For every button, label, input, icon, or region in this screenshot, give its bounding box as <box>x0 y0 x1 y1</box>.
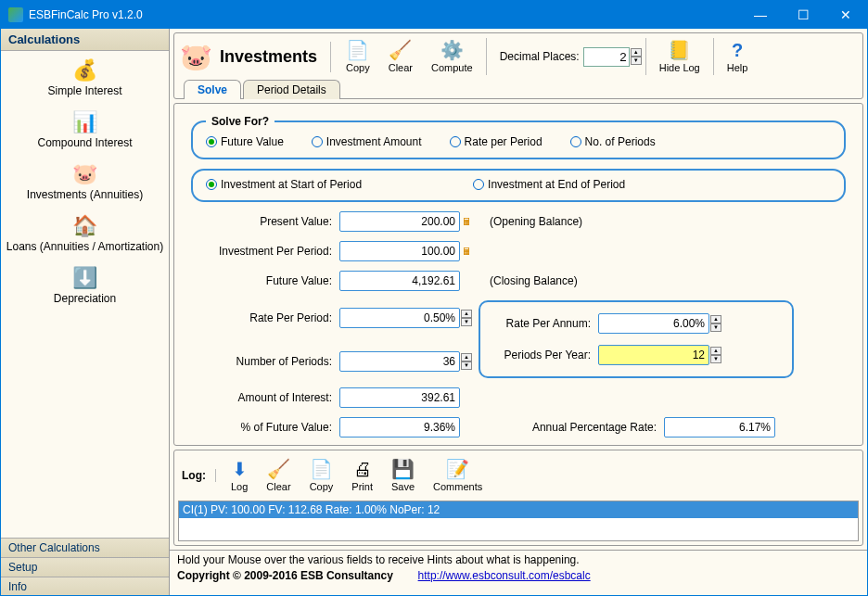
sidebar-footer-other[interactable]: Other Calculations <box>1 538 169 557</box>
closing-balance-note: (Closing Balance) <box>479 274 664 287</box>
radio-end-of-period[interactable]: Investment at End of Period <box>473 178 625 191</box>
decimal-spinner[interactable]: ▲▼ <box>631 48 642 65</box>
statusbar: Hold your Mouse over the various fields … <box>170 550 867 586</box>
rate-per-period-input[interactable] <box>339 308 460 328</box>
present-value-input[interactable] <box>339 211 460 232</box>
radio-icon <box>473 179 484 190</box>
future-value-input[interactable] <box>339 271 460 291</box>
minimize-button[interactable]: — <box>739 1 782 29</box>
titlebar: ESBFinCalc Pro v1.2.0 — ☐ ✕ <box>1 1 867 29</box>
chevron-down-icon[interactable]: ▼ <box>631 57 642 65</box>
depreciation-icon: ⬇️ <box>5 266 165 290</box>
log-icon: 📒 <box>659 39 700 61</box>
sidebar-header: Calculations <box>1 29 169 51</box>
radio-investment-amount[interactable]: Investment Amount <box>312 135 422 148</box>
tab-solve[interactable]: Solve <box>184 80 241 99</box>
amount-of-interest-input[interactable] <box>339 387 460 408</box>
sidebar-item-label: Investments (Annuities) <box>27 188 143 201</box>
log-entry[interactable]: CI(1) PV: 100.00 FV: 112.68 Rate: 1.00% … <box>179 501 858 518</box>
periods-per-year-label: Periods Per Year: <box>491 349 598 361</box>
sidebar-item-compound-interest[interactable]: 📊 Compound Interest <box>1 103 169 155</box>
solve-for-group: Solve For? Future Value Investment Amoun… <box>191 115 846 159</box>
calculator-icon[interactable]: 🖩 <box>462 246 479 257</box>
calculator-icon[interactable]: 🖩 <box>462 216 479 227</box>
sidebar-item-label: Loans (Annuities / Amortization) <box>6 240 163 253</box>
rate-spinner[interactable]: ▲▼ <box>461 310 479 326</box>
investment-per-period-input[interactable] <box>339 241 460 261</box>
pct-future-value-label: % of Future Value: <box>191 421 339 434</box>
radio-icon <box>206 179 217 190</box>
log-copy-button[interactable]: 📄Copy <box>300 456 343 495</box>
radio-icon <box>570 136 581 147</box>
hide-log-button[interactable]: 📒Hide Log <box>650 37 709 76</box>
opening-balance-note: (Opening Balance) <box>479 215 664 228</box>
compute-button[interactable]: ⚙️Compute <box>422 37 482 76</box>
decimal-places-input[interactable] <box>583 47 630 67</box>
log-area: Log: ⬇Log 🧹Clear 📄Copy 🖨Print 💾Save 📝Com… <box>173 450 863 546</box>
close-button[interactable]: ✕ <box>824 1 867 29</box>
maximize-button[interactable]: ☐ <box>782 1 824 29</box>
rate-per-annum-input[interactable] <box>598 313 709 334</box>
toolbar: 🐷 Investments 📄Copy 🧹Clear ⚙️Compute Dec… <box>174 33 862 80</box>
apr-label: Annual Percentage Rate: <box>479 421 664 434</box>
window-title: ESBFinCalc Pro v1.2.0 <box>29 8 739 21</box>
log-save-button[interactable]: 💾Save <box>382 456 424 495</box>
eraser-icon: 🧹 <box>266 458 290 480</box>
sidebar-footer-info[interactable]: Info <box>1 577 169 596</box>
annum-spinner[interactable]: ▲▼ <box>710 315 728 332</box>
sidebar-item-label: Compound Interest <box>37 136 132 149</box>
sidebar-item-loans[interactable]: 🏠 Loans (Annuities / Amortization) <box>1 207 169 259</box>
compound-interest-icon: 📊 <box>5 110 165 134</box>
piggy-icon: 🐷 <box>180 42 212 72</box>
radio-icon <box>312 136 323 147</box>
printer-icon: 🖨 <box>351 459 373 480</box>
radio-future-value[interactable]: Future Value <box>206 135 284 148</box>
amount-of-interest-label: Amount of Interest: <box>191 391 339 404</box>
sidebar-item-depreciation[interactable]: ⬇️ Depreciation <box>1 259 169 311</box>
periods-spinner[interactable]: ▲▼ <box>461 353 479 370</box>
loans-icon: 🏠 <box>5 214 165 238</box>
help-icon: ? <box>727 40 748 61</box>
gear-icon: ⚙️ <box>431 39 473 61</box>
log-comments-button[interactable]: 📝Comments <box>424 456 491 495</box>
status-copyright: Copyright © 2009-2016 ESB Consultancy <box>177 569 393 582</box>
investment-per-period-label: Investment Per Period: <box>191 245 339 258</box>
down-arrow-icon: ⬇ <box>231 458 248 480</box>
log-button[interactable]: ⬇Log <box>222 456 257 495</box>
periods-per-year-input[interactable] <box>598 345 709 365</box>
apr-input[interactable] <box>664 417 775 437</box>
log-list[interactable]: CI(1) PV: 100.00 FV: 112.68 Rate: 1.00% … <box>178 501 859 541</box>
copy-icon: 📄 <box>310 458 334 480</box>
simple-interest-icon: 💰 <box>5 58 165 82</box>
status-url[interactable]: http://www.esbconsult.com/esbcalc <box>418 569 591 582</box>
radio-icon <box>206 136 217 147</box>
save-icon: 💾 <box>391 458 415 480</box>
pct-future-value-input[interactable] <box>339 417 460 437</box>
sidebar-item-simple-interest[interactable]: 💰 Simple Interest <box>1 51 169 103</box>
number-of-periods-input[interactable] <box>339 351 460 372</box>
chevron-up-icon[interactable]: ▲ <box>631 48 642 57</box>
copy-button[interactable]: 📄Copy <box>337 37 379 76</box>
radio-start-of-period[interactable]: Investment at Start of Period <box>206 178 362 191</box>
clear-button[interactable]: 🧹Clear <box>379 37 422 76</box>
log-clear-button[interactable]: 🧹Clear <box>257 456 300 495</box>
rate-per-annum-label: Rate Per Annum: <box>491 317 598 330</box>
annum-box: Rate Per Annum: ▲▼ Periods Per Year: ▲▼ <box>479 300 794 378</box>
solve-for-legend: Solve For? <box>206 115 274 128</box>
log-label: Log: <box>182 469 216 482</box>
sidebar-item-investments[interactable]: 🐷 Investments (Annuities) <box>1 155 169 207</box>
tab-period-details[interactable]: Period Details <box>243 80 340 99</box>
sidebar-footer-setup[interactable]: Setup <box>1 557 169 577</box>
radio-no-of-periods[interactable]: No. of Periods <box>570 135 656 148</box>
periods-year-spinner[interactable]: ▲▼ <box>710 347 728 363</box>
number-of-periods-label: Number of Periods: <box>191 355 339 368</box>
section-title: 🐷 Investments <box>180 42 331 72</box>
log-print-button[interactable]: 🖨Print <box>342 457 382 495</box>
radio-rate-per-period[interactable]: Rate per Period <box>450 135 542 148</box>
copy-icon: 📄 <box>346 39 370 61</box>
future-value-label: Future Value: <box>191 274 339 287</box>
help-button[interactable]: ?Help <box>718 38 758 76</box>
rate-per-period-label: Rate Per Period: <box>191 311 339 324</box>
sidebar-item-label: Simple Interest <box>47 84 121 97</box>
radio-icon <box>450 136 461 147</box>
